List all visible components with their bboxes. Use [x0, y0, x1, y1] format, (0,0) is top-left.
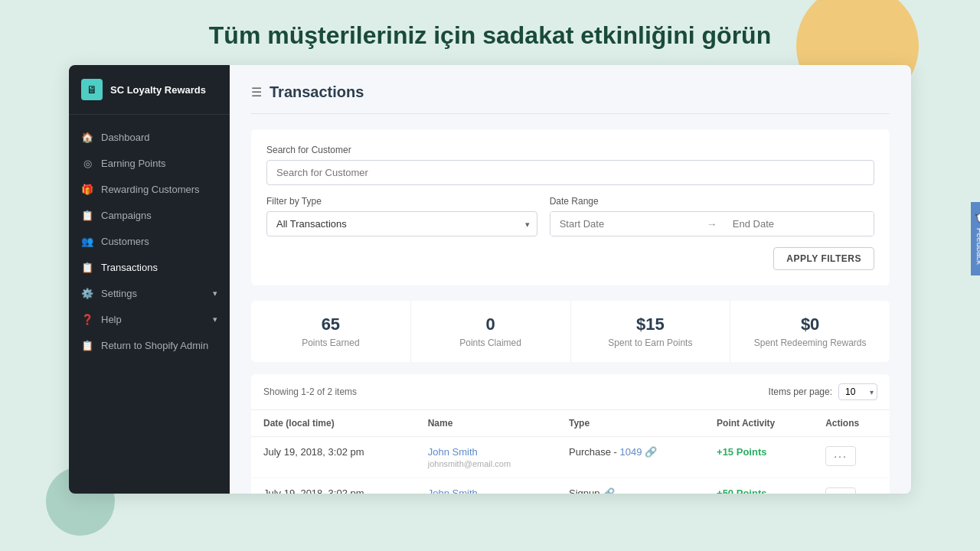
row2-point-value: +50 Points [717, 487, 766, 494]
row2-actions-button[interactable]: ··· [825, 487, 856, 494]
sidebar-item-help[interactable]: ❓ Help ▾ [69, 306, 230, 332]
page-header-icon: ☰ [251, 85, 262, 99]
customers-icon: 👥 [81, 235, 93, 247]
sidebar-item-return-shopify[interactable]: 📋 Return to Shopify Admin [69, 332, 230, 358]
stat-points-earned: 65 Points Earned [251, 301, 411, 362]
showing-text: Showing 1-2 of 2 items [263, 386, 357, 397]
filters-section: Search for Customer Filter by Type All T… [251, 129, 890, 285]
brand-name: SC Loyalty Rewards [110, 84, 206, 96]
sidebar-item-label: Campaigns [101, 210, 152, 221]
table-row: July 19, 2018, 3:02 pm John Smith johnsm… [251, 437, 890, 478]
date-range-group: Date Range → [550, 196, 874, 236]
date-range-arrow-icon: → [701, 218, 724, 230]
sidebar-item-label: Earning Points [101, 158, 166, 169]
hero-title: Tüm müşterileriniz için sadakat etkinliğ… [0, 0, 980, 65]
sidebar-navigation: 🏠 Dashboard ◎ Earning Points 🎁 Rewarding… [69, 115, 230, 494]
sidebar-item-label: Help [101, 314, 122, 325]
sidebar: 🖥 SC Loyalty Rewards 🏠 Dashboard ◎ Earni… [69, 65, 230, 494]
sidebar-item-dashboard[interactable]: 🏠 Dashboard [69, 124, 230, 150]
sidebar-item-earning-points[interactable]: ◎ Earning Points [69, 150, 230, 176]
stat-value-points-claimed: 0 [419, 315, 563, 334]
row1-date: July 19, 2018, 3:02 pm [251, 437, 416, 478]
end-date-input[interactable] [724, 212, 874, 236]
row1-name: John Smith johnsmith@email.com [416, 437, 557, 478]
stat-value-spent-earn: $15 [579, 315, 723, 334]
table-row: July 19, 2018, 3:02 pm John Smith johnsm… [251, 478, 890, 494]
sidebar-item-rewarding-customers[interactable]: 🎁 Rewarding Customers [69, 176, 230, 202]
feedback-icon: 💬 [975, 213, 981, 223]
per-page-control: Items per page: 10 25 50 100 ▾ [769, 383, 877, 400]
table-section: Showing 1-2 of 2 items Items per page: 1… [251, 374, 890, 494]
search-input[interactable] [266, 160, 874, 185]
row1-name-secondary: johnsmith@email.com [428, 459, 544, 468]
row2-actions: ··· [813, 478, 890, 494]
sidebar-brand[interactable]: 🖥 SC Loyalty Rewards [69, 65, 230, 115]
help-icon: ❓ [81, 313, 93, 325]
stat-spent-redeeming: $0 Spent Redeeming Rewards [730, 301, 890, 362]
start-date-input[interactable] [550, 212, 701, 236]
apply-filters-button[interactable]: APPLY FILTERS [773, 247, 874, 270]
row2-type: Signup 🔗 [557, 478, 704, 494]
filter-type-label: Filter by Type [266, 196, 537, 207]
per-page-label: Items per page: [769, 386, 832, 397]
row2-point-activity: +50 Points [704, 478, 813, 494]
row1-actions: ··· [813, 437, 890, 478]
stats-row: 65 Points Earned 0 Points Claimed $15 Sp… [251, 301, 890, 362]
col-name: Name [416, 410, 557, 437]
date-range-label: Date Range [550, 196, 874, 207]
col-point-activity: Point Activity [704, 410, 813, 437]
apply-btn-row: APPLY FILTERS [266, 247, 874, 270]
sidebar-item-label: Transactions [101, 262, 158, 273]
filter-type-select[interactable]: All Transactions Earned Redeemed Adjuste… [266, 211, 537, 236]
sidebar-item-label: Rewarding Customers [101, 184, 200, 195]
chevron-down-icon: ▾ [213, 289, 217, 298]
stat-spent-earn: $15 Spent to Earn Points [571, 301, 731, 362]
sidebar-item-settings[interactable]: ⚙️ Settings ▾ [69, 280, 230, 306]
stat-points-claimed: 0 Points Claimed [411, 301, 571, 362]
row2-type-copy-icon: 🔗 [603, 487, 615, 494]
col-actions: Actions [813, 410, 890, 437]
filter-type-group: Filter by Type All Transactions Earned R… [266, 196, 537, 236]
row1-type-link[interactable]: 1049 🔗 [619, 446, 657, 458]
stat-label-points-claimed: Points Claimed [419, 337, 563, 348]
sidebar-item-label: Dashboard [101, 132, 150, 143]
app-container: 🖥 SC Loyalty Rewards 🏠 Dashboard ◎ Earni… [69, 65, 911, 494]
settings-icon: ⚙️ [81, 287, 93, 299]
row1-point-value: +15 Points [717, 446, 766, 458]
row1-point-activity: +15 Points [704, 437, 813, 478]
chevron-down-icon-help: ▾ [213, 315, 217, 324]
sidebar-item-transactions[interactable]: 📋 Transactions [69, 254, 230, 280]
sidebar-item-campaigns[interactable]: 📋 Campaigns [69, 202, 230, 228]
row1-type: Purchase - 1049 🔗 [557, 437, 704, 478]
sidebar-item-label: Customers [101, 236, 149, 247]
feedback-tab[interactable]: 💬 Feedback [971, 202, 981, 276]
transactions-table: Date (local time) Name Type Point Activi… [251, 409, 890, 494]
table-meta: Showing 1-2 of 2 items Items per page: 1… [251, 374, 890, 409]
transactions-icon: 📋 [81, 261, 93, 273]
filter-type-select-wrapper: All Transactions Earned Redeemed Adjuste… [266, 211, 537, 236]
return-icon: 📋 [81, 339, 93, 351]
per-page-select[interactable]: 10 25 50 100 [838, 383, 877, 400]
row1-actions-button[interactable]: ··· [825, 446, 856, 466]
search-label: Search for Customer [266, 145, 874, 155]
brand-icon: 🖥 [81, 79, 103, 100]
sidebar-item-label: Settings [101, 288, 137, 299]
filter-row: Filter by Type All Transactions Earned R… [266, 196, 874, 236]
rewarding-icon: 🎁 [81, 183, 93, 195]
date-range-inputs: → [550, 211, 874, 236]
sidebar-item-customers[interactable]: 👥 Customers [69, 228, 230, 254]
stat-value-points-earned: 65 [259, 315, 403, 334]
row2-date: July 19, 2018, 3:02 pm [251, 478, 416, 494]
sidebar-item-label: Return to Shopify Admin [101, 340, 208, 351]
row1-name-primary: John Smith [428, 446, 544, 458]
row2-name: John Smith johnsmith@email.com [416, 478, 557, 494]
stat-value-spent-redeeming: $0 [738, 315, 882, 334]
stat-label-spent-redeeming: Spent Redeeming Rewards [738, 337, 882, 348]
earning-points-icon: ◎ [81, 157, 93, 169]
row2-name-primary: John Smith [428, 487, 544, 494]
per-page-wrapper: 10 25 50 100 ▾ [838, 383, 877, 400]
stat-label-points-earned: Points Earned [259, 337, 403, 348]
page-header: ☰ Transactions [251, 83, 890, 114]
main-content: ☰ Transactions Search for Customer Filte… [230, 65, 911, 494]
row2-type-text: Signup [569, 487, 599, 494]
